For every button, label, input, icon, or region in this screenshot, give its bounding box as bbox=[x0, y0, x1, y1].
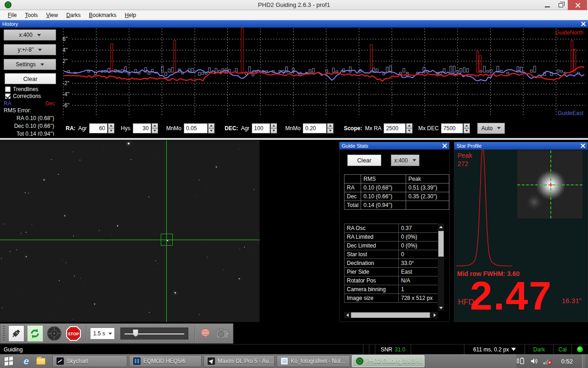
menu-tools[interactable]: Tools bbox=[21, 11, 42, 19]
history-close-icon[interactable] bbox=[581, 22, 586, 26]
dec-aggression-stepper[interactable] bbox=[271, 123, 277, 133]
settings-dropdown[interactable]: Settings bbox=[4, 59, 56, 70]
crosshair-horizontal-line bbox=[0, 240, 260, 240]
menu-file[interactable]: File bbox=[4, 11, 21, 19]
list-item: Star lost0 bbox=[345, 250, 438, 259]
menu-help[interactable]: Help bbox=[121, 11, 141, 19]
ra-minmove-stepper[interactable] bbox=[208, 123, 215, 133]
guide-button-disabled[interactable] bbox=[46, 325, 62, 342]
corrections-checkbox-row[interactable]: Corrections bbox=[5, 93, 41, 99]
advanced-settings-button[interactable] bbox=[199, 325, 212, 342]
star-profile-close-icon[interactable] bbox=[581, 144, 585, 148]
scroll-right-icon[interactable] bbox=[434, 313, 436, 317]
faint-star-blob bbox=[526, 194, 542, 210]
connect-equipment-button[interactable] bbox=[8, 325, 24, 342]
stats-clear-button[interactable]: Clear bbox=[347, 155, 381, 166]
close-icon bbox=[575, 3, 580, 8]
phd2-window: PHD2 Guiding 2.6.3 - prof1 File Tools Vi… bbox=[0, 0, 588, 368]
svg-text:4": 4" bbox=[62, 47, 68, 53]
camera-settings-button-disabled[interactable] bbox=[215, 325, 230, 342]
history-sidebar: x:400 y:+/-8'' Settings Clear Trendlines… bbox=[0, 28, 60, 136]
internet-explorer-shortcut[interactable]: e bbox=[20, 355, 32, 367]
list-item: Rotator PosN/A bbox=[345, 276, 438, 285]
stats-scale-dropdown[interactable]: x:400 bbox=[391, 155, 419, 166]
stretch-slider[interactable] bbox=[120, 328, 188, 339]
guide-star-lock-box bbox=[161, 234, 173, 246]
guide-stats-close-icon[interactable] bbox=[442, 144, 447, 148]
dec-mode-dropdown[interactable]: Auto bbox=[477, 123, 505, 134]
horizontal-scroll-thumb[interactable] bbox=[351, 312, 430, 318]
max-dec-stepper[interactable] bbox=[464, 123, 470, 133]
brain-icon bbox=[199, 328, 211, 339]
minimize-button[interactable] bbox=[540, 0, 554, 10]
scroll-down-icon[interactable] bbox=[439, 307, 443, 309]
ra-aggression-input[interactable] bbox=[89, 123, 107, 133]
show-desktop-button[interactable] bbox=[582, 354, 585, 368]
taskbar-button-notepad[interactable]: Ko_fotografeet - Not... bbox=[277, 355, 350, 367]
rms-ra: RA 0.10 (0.68'') bbox=[0, 115, 54, 121]
history-caption: History bbox=[0, 20, 588, 28]
ra-hysteresis-input[interactable] bbox=[133, 123, 151, 133]
network-disconnected-icon[interactable] bbox=[543, 357, 552, 365]
guide-parameters-row: RA: Agr Hys MnMo DEC: Agr MnMo Scope: Mx… bbox=[60, 121, 588, 136]
ra-legend-label: RA bbox=[4, 100, 11, 107]
file-explorer-shortcut[interactable] bbox=[35, 355, 47, 367]
ra-aggression-stepper[interactable] bbox=[108, 123, 114, 133]
ra-hysteresis-stepper[interactable] bbox=[152, 123, 158, 133]
crosshair-vertical-line bbox=[166, 140, 167, 322]
menu-darks[interactable]: Darks bbox=[62, 11, 85, 19]
power-plug-icon[interactable] bbox=[516, 357, 526, 365]
stats-horizontal-scrollbar[interactable] bbox=[344, 312, 438, 318]
corrections-checkbox[interactable] bbox=[5, 93, 11, 99]
taskbar-button-skychart[interactable]: Skychart bbox=[52, 355, 127, 367]
close-button[interactable] bbox=[568, 0, 587, 10]
max-ra-input[interactable] bbox=[384, 123, 406, 133]
dec-aggression-input[interactable] bbox=[252, 123, 270, 133]
folder-icon bbox=[36, 358, 45, 365]
splitter-sash[interactable] bbox=[0, 138, 588, 140]
windows-logo-icon bbox=[5, 356, 13, 366]
vertical-scroll-thumb[interactable] bbox=[438, 231, 444, 257]
trendlines-checkbox[interactable] bbox=[5, 86, 11, 92]
speaker-icon[interactable] bbox=[530, 357, 538, 365]
slider-thumb[interactable] bbox=[133, 329, 138, 337]
max-dec-input[interactable] bbox=[441, 123, 463, 133]
start-button[interactable] bbox=[0, 354, 17, 368]
chevron-down-icon bbox=[37, 34, 41, 36]
stats-vertical-scrollbar[interactable] bbox=[438, 224, 444, 311]
session-stats-list: RA Osc0.37RA Limited0 (0%)Dec Limited0 (… bbox=[344, 224, 438, 303]
ra-minmove-input[interactable] bbox=[184, 123, 208, 133]
status-bar: Guiding SNR 31.0 611 ms, 0.2 px Dark Cal bbox=[0, 344, 588, 354]
loop-exposures-button[interactable] bbox=[27, 325, 43, 342]
svg-text:-4": -4" bbox=[62, 91, 69, 98]
guide-stats-caption: Guide Stats bbox=[339, 142, 449, 150]
taskbar-button-maxim[interactable]: MaxIm DL Pro 5 - Au... bbox=[204, 355, 275, 367]
hfd-value: 2.47 bbox=[470, 275, 552, 317]
table-row: Total 0.14 (0.94'') bbox=[345, 201, 449, 210]
taskbar-button-phd2[interactable]: PHD2 Guiding 2.6.3 -... bbox=[352, 355, 424, 367]
dec-minmove-input[interactable] bbox=[303, 123, 327, 133]
taskbar-clock[interactable]: 0:52 bbox=[561, 358, 573, 365]
scroll-up-icon[interactable] bbox=[439, 226, 443, 228]
svg-text:STOP: STOP bbox=[68, 332, 79, 336]
max-ra-stepper[interactable] bbox=[406, 123, 413, 133]
trendlines-checkbox-row[interactable]: Trendlines bbox=[5, 86, 39, 92]
toolbar-grip[interactable] bbox=[3, 326, 5, 341]
dec-minmove-stepper[interactable] bbox=[327, 123, 334, 133]
svg-text:6": 6" bbox=[62, 36, 68, 42]
camera-frame-view[interactable] bbox=[0, 140, 260, 322]
taskbar-button-eqmod[interactable]: EQMOD HEQ5/6 bbox=[129, 355, 202, 367]
camera-wrench-icon bbox=[216, 328, 229, 339]
history-clear-button[interactable]: Clear bbox=[5, 73, 56, 84]
rms-error-header: RMS Error: bbox=[0, 107, 55, 114]
restore-button[interactable] bbox=[554, 0, 568, 10]
y-scale-dropdown[interactable]: y:+/-8'' bbox=[4, 44, 56, 55]
x-scale-dropdown[interactable]: x:400 bbox=[4, 29, 56, 40]
svg-text:GuideEast: GuideEast bbox=[558, 110, 584, 116]
menu-view[interactable]: View bbox=[42, 11, 62, 19]
connection-status-led bbox=[577, 346, 583, 352]
scroll-left-icon[interactable] bbox=[346, 313, 349, 317]
exposure-time-dropdown[interactable]: 1.5 s bbox=[90, 328, 115, 339]
stop-button[interactable]: STOP bbox=[65, 325, 82, 342]
menu-bookmarks[interactable]: Bookmarks bbox=[85, 11, 121, 19]
